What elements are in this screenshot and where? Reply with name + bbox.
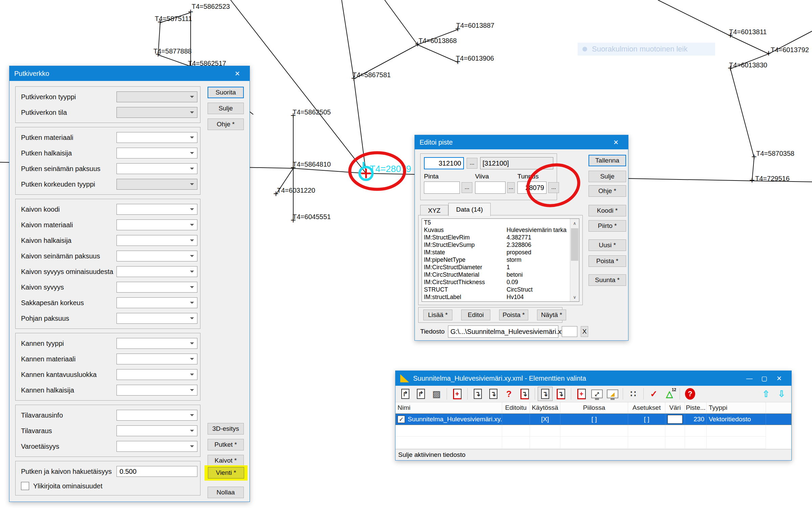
data-list-item[interactable]: IM:CircStructThickness0.09 — [422, 278, 579, 286]
putken-halkaisija-combo[interactable] — [116, 148, 197, 158]
putken-ja-kaivon-hakuetaisyys-input[interactable]: 0.500 — [116, 466, 197, 477]
putken-korkeuden-tyyppi-combo[interactable] — [116, 179, 197, 190]
data-list-item[interactable]: IM:pipeNetTypestorm — [422, 256, 579, 263]
editoi-button[interactable]: Editoi — [461, 310, 490, 320]
element-window-titlebar[interactable]: Suunnitelma_Hulevesiviemäri.xy.xml - Ele… — [396, 371, 791, 386]
tab-data[interactable]: Data (14) — [448, 203, 491, 216]
scroll-thumb[interactable] — [571, 228, 578, 261]
data-list-item[interactable]: STRUCTCircStruct — [422, 286, 579, 293]
viiva-input[interactable] — [475, 182, 506, 194]
sakkapesan-korkeus-combo[interactable] — [116, 297, 197, 308]
tab-xyz[interactable]: XYZ — [420, 205, 448, 216]
lisaa-button[interactable]: Lisää * — [423, 310, 452, 320]
kaivon-koodi-combo[interactable] — [116, 204, 197, 215]
nayta-button[interactable]: Näytä * — [537, 310, 566, 320]
vienti-button[interactable]: Vienti * — [208, 467, 244, 479]
tilavarausinfo-combo[interactable] — [116, 410, 197, 421]
putkiverkon-tila-combo[interactable] — [116, 107, 197, 118]
code-browse-button[interactable]: ... — [467, 158, 477, 169]
point-code-input[interactable]: 312100 — [424, 157, 464, 169]
help-icon[interactable]: ? — [683, 387, 698, 401]
row-checkbox[interactable]: ✓ — [398, 416, 405, 423]
column-header-piste[interactable]: Piste... — [685, 402, 707, 413]
table-row[interactable]: ✓Suunnitelma_Hulevesiviemäri.xy.xml[X][ … — [396, 414, 791, 425]
column-header-nimi[interactable]: Nimi — [396, 402, 502, 413]
editoi-piste-titlebar[interactable]: Editoi piste ✕ — [415, 135, 628, 149]
data-list-item[interactable]: IM:StructElevRim4.382771 — [422, 234, 579, 241]
scroll-down-icon[interactable]: ∨ — [570, 293, 579, 301]
kannen-tyyppi-combo[interactable] — [116, 338, 197, 349]
tilavaraus-combo[interactable] — [116, 425, 197, 436]
export-active-icon[interactable]: ↴ — [553, 387, 568, 401]
check-coords-icon[interactable]: ✓ — [646, 387, 661, 401]
putken-materiaali-combo[interactable] — [116, 132, 197, 143]
draw-screen-icon[interactable]: ◢ — [605, 387, 620, 401]
varoetaisyys-combo[interactable] — [116, 441, 197, 452]
move-up-icon[interactable]: ⇧ — [758, 387, 773, 401]
add-file-icon[interactable]: + — [450, 387, 465, 401]
data-list-item[interactable]: IM:CircStructMaterialbetoni — [422, 271, 579, 278]
scrollbar[interactable]: ∧ ∨ — [570, 219, 579, 301]
save-query-icon[interactable]: ? — [501, 387, 516, 401]
putkiverkon-tyyppi-combo[interactable] — [116, 91, 197, 102]
close-icon[interactable]: ✕ — [608, 139, 623, 146]
kaivon-syvyys-combo[interactable] — [116, 282, 197, 293]
uusi-button[interactable]: Uusi * — [589, 239, 626, 251]
sulje-button[interactable]: Sulje — [589, 171, 626, 182]
scroll-up-icon[interactable]: ∧ — [570, 219, 579, 228]
save-all-icon[interactable]: ↴ — [517, 387, 532, 401]
open-file-settings-icon[interactable]: ↱ — [413, 387, 428, 401]
kannen-halkaisija-combo[interactable] — [116, 385, 197, 396]
pinta-input[interactable] — [424, 182, 460, 194]
column-header-vari[interactable]: Väri — [665, 402, 685, 413]
ohje-button[interactable]: Ohje * — [589, 185, 626, 197]
kaivon-syvyys-ominaisuudesta-combo[interactable] — [116, 266, 197, 277]
3d-esitys-button[interactable]: 3D-esitys — [208, 423, 244, 435]
tunnus-browse-button[interactable]: ... — [548, 182, 559, 193]
poista-button[interactable]: Poista * — [589, 255, 626, 267]
tallenna-button[interactable]: Tallenna — [589, 155, 626, 166]
column-header-kaytossa[interactable]: Käytössä — [530, 402, 560, 413]
new-file-icon[interactable]: + — [574, 387, 589, 401]
column-header-tyyppi[interactable]: Tyyppi — [707, 402, 766, 413]
kannen-materiaali-combo[interactable] — [116, 354, 197, 364]
sulje-button[interactable]: Sulje — [208, 103, 244, 114]
color-swatch[interactable] — [667, 415, 683, 424]
open-file-icon[interactable]: ↱ — [398, 387, 413, 401]
putket-button[interactable]: Putket * — [208, 439, 244, 450]
column-header-piilossa[interactable]: Piilossa — [560, 402, 628, 413]
close-icon[interactable]: ✕ — [230, 70, 245, 78]
koodi-button[interactable]: Koodi * — [589, 205, 626, 216]
save-file-icon[interactable]: ↴ — [470, 387, 485, 401]
export-icon[interactable]: ↴ — [538, 387, 553, 401]
ohje-button[interactable]: Ohje * — [208, 119, 244, 130]
close-icon[interactable]: ✕ — [772, 375, 787, 382]
minimize-icon[interactable]: — — [742, 375, 757, 382]
column-header-asetukset[interactable]: Asetukset — [628, 402, 665, 413]
data-list-item[interactable]: IM:CircStructDiameter1 — [422, 263, 579, 271]
save-as-icon[interactable]: ↴ — [486, 387, 501, 401]
points-save-icon[interactable]: ∷ — [626, 387, 641, 401]
nollaa-button[interactable]: Nollaa — [208, 487, 244, 498]
data-list-item[interactable]: IM:stateproposed — [422, 249, 579, 256]
pinta-browse-button[interactable]: ... — [462, 182, 472, 193]
piirto-button[interactable]: Piirto * — [589, 220, 626, 232]
clear-file-button[interactable]: X — [581, 326, 588, 337]
open-mesh-icon[interactable]: ▨ — [429, 387, 444, 401]
file-path-field[interactable]: G:\...\Suunnitelma_Hulevesiviemäri.xy.xm… — [448, 325, 558, 338]
tunnus-input[interactable]: 28079 — [517, 182, 547, 194]
viiva-browse-button[interactable]: ... — [507, 182, 515, 193]
suunta-button[interactable]: Suunta * — [589, 274, 626, 286]
pohjan-paksuus-combo[interactable] — [116, 313, 197, 324]
poista-button[interactable]: Poista * — [499, 310, 528, 320]
data-list-item[interactable]: KuvausHulevesiviemärin tarka — [422, 226, 579, 234]
kaivot-button[interactable]: Kaivot * — [208, 455, 244, 466]
putkiverkko-titlebar[interactable]: Putkiverkko ✕ — [9, 66, 250, 81]
suorita-button[interactable]: Suorita — [208, 87, 244, 98]
fit-screen-icon[interactable]: ⤢ — [590, 387, 604, 401]
data-list-item[interactable]: IM:structLabelHv104 — [422, 293, 579, 301]
maximize-icon[interactable]: ▢ — [757, 375, 772, 382]
move-down-icon[interactable]: ⇩ — [774, 387, 789, 401]
kaivon-materiaali-combo[interactable] — [116, 219, 197, 230]
point-data-list[interactable]: T5KuvausHulevesiviemärin tarkaIM:StructE… — [422, 218, 579, 302]
